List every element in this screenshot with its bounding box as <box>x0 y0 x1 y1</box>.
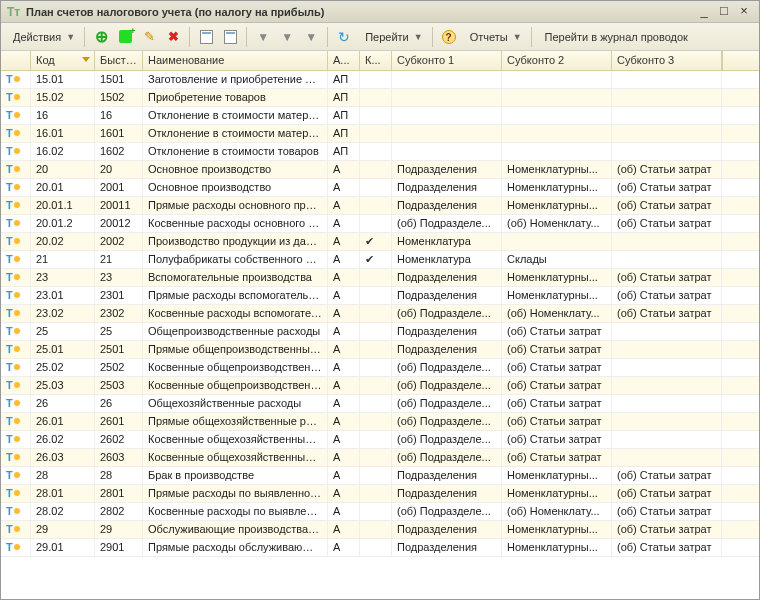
separator <box>189 27 190 47</box>
actions-menu[interactable]: Действия▼ <box>5 26 79 48</box>
cell-fast: 25 <box>95 323 143 340</box>
row-icon-cell: Т <box>1 431 31 448</box>
filter1-button[interactable]: ▼ <box>252 26 274 48</box>
table-row[interactable]: Т28.012801Прямые расходы по выявленном..… <box>1 485 759 503</box>
minimize-button[interactable]: _ <box>695 4 713 20</box>
row-icon-cell: Т <box>1 539 31 556</box>
column-sub3[interactable]: Субконто 3 <box>612 51 722 70</box>
table-row[interactable]: Т26.022602Косвенные общехозяйственные р.… <box>1 431 759 449</box>
column-name[interactable]: Наименование <box>143 51 328 70</box>
table-row[interactable]: Т15.021502Приобретение товаровАП <box>1 89 759 107</box>
cell-k <box>360 161 392 178</box>
row-icon-cell: Т <box>1 179 31 196</box>
table-row[interactable]: Т2828Брак в производствеАПодразделенияНо… <box>1 467 759 485</box>
table-row[interactable]: Т2323Вспомогательные производстваАПодраз… <box>1 269 759 287</box>
cell-name: Прямые общепроизводственные ... <box>143 341 328 358</box>
cell-sub1: Подразделения <box>392 467 502 484</box>
cell-ap: А <box>328 215 360 232</box>
table-row[interactable]: Т29.012901Прямые расходы обслуживающих..… <box>1 539 759 557</box>
question-icon: ? <box>442 30 456 44</box>
table-row[interactable]: Т20.01.220012Косвенные расходы основного… <box>1 215 759 233</box>
table-row[interactable]: Т26.012601Прямые общехозяйственные рас..… <box>1 413 759 431</box>
cell-sub2: (об) Статьи затрат <box>502 377 612 394</box>
column-icon[interactable] <box>1 51 31 70</box>
cell-sub2 <box>502 125 612 142</box>
cell-ap: АП <box>328 89 360 106</box>
cell-sub3: (об) Статьи затрат <box>612 305 722 322</box>
filter3-button[interactable]: ▼ <box>300 26 322 48</box>
table-row[interactable]: Т25.012501Прямые общепроизводственные ..… <box>1 341 759 359</box>
account-type-icon: Т <box>6 91 13 103</box>
close-button[interactable]: × <box>735 4 753 20</box>
go-menu[interactable]: Перейти▼ <box>357 26 427 48</box>
cell-k <box>360 341 392 358</box>
table-row[interactable]: Т20.022002Производство продукции из дава… <box>1 233 759 251</box>
table-row[interactable]: Т23.022302Косвенные расходы вспомогател.… <box>1 305 759 323</box>
account-dot-icon <box>14 400 20 406</box>
cell-sub3 <box>612 143 722 160</box>
refresh-button[interactable]: ↻ <box>333 26 355 48</box>
row-icon-cell: Т <box>1 287 31 304</box>
table-row[interactable]: Т25.022502Косвенные общепроизводственн..… <box>1 359 759 377</box>
cell-ap: А <box>328 503 360 520</box>
reports-menu[interactable]: Отчеты▼ <box>462 26 526 48</box>
grid-body[interactable]: Т15.011501Заготовление и приобретение ма… <box>1 71 759 599</box>
table-row[interactable]: Т15.011501Заготовление и приобретение ма… <box>1 71 759 89</box>
column-sub1[interactable]: Субконто 1 <box>392 51 502 70</box>
cell-sub3 <box>612 449 722 466</box>
table-row[interactable]: Т2020Основное производствоАПодразделения… <box>1 161 759 179</box>
maximize-button[interactable]: □ <box>715 4 733 20</box>
journal-link[interactable]: Перейти в журнал проводок <box>537 26 696 48</box>
table-row[interactable]: Т25.032503Косвенные общепроизводственн..… <box>1 377 759 395</box>
cell-sub1: (об) Подразделе... <box>392 431 502 448</box>
cell-sub2: Номенклатурны... <box>502 485 612 502</box>
doc1-button[interactable] <box>195 26 217 48</box>
cell-sub3 <box>612 125 722 142</box>
funnel-icon: ▼ <box>305 30 317 44</box>
table-row[interactable]: Т20.012001Основное производствоАПодразде… <box>1 179 759 197</box>
column-sub2[interactable]: Субконто 2 <box>502 51 612 70</box>
help-button[interactable]: ? <box>438 26 460 48</box>
cell-sub2: (об) Статьи затрат <box>502 413 612 430</box>
cell-k <box>360 197 392 214</box>
grid-header-row: Код Быстр... Наименование А... К... Субк… <box>1 51 759 71</box>
table-row[interactable]: Т1616Отклонение в стоимости материа...АП <box>1 107 759 125</box>
account-dot-icon <box>14 382 20 388</box>
cell-sub2: Номенклатурны... <box>502 467 612 484</box>
table-row[interactable]: Т2626Общехозяйственные расходыА(об) Подр… <box>1 395 759 413</box>
table-row[interactable]: Т20.01.120011Прямые расходы основного пр… <box>1 197 759 215</box>
copy-button[interactable] <box>114 26 136 48</box>
table-row[interactable]: Т2525Общепроизводственные расходыАПодраз… <box>1 323 759 341</box>
cell-fast: 26 <box>95 395 143 412</box>
add-button[interactable]: ⊕ <box>90 26 112 48</box>
funnel-icon: ▼ <box>281 30 293 44</box>
column-ap[interactable]: А... <box>328 51 360 70</box>
account-dot-icon <box>14 274 20 280</box>
table-row[interactable]: Т28.022802Косвенные расходы по выявленн.… <box>1 503 759 521</box>
table-row[interactable]: Т26.032603Косвенные общехозяйственные р.… <box>1 449 759 467</box>
account-dot-icon <box>14 454 20 460</box>
delete-button[interactable]: ✖ <box>162 26 184 48</box>
table-row[interactable]: Т2929Обслуживающие производства и ...АПо… <box>1 521 759 539</box>
cell-code: 20.01.1 <box>31 197 95 214</box>
table-row[interactable]: Т23.012301Прямые расходы вспомогательн..… <box>1 287 759 305</box>
cell-sub3: (об) Статьи затрат <box>612 521 722 538</box>
table-row[interactable]: Т2121Полуфабрикаты собственного пр...А✔Н… <box>1 251 759 269</box>
column-k[interactable]: К... <box>360 51 392 70</box>
filter2-button[interactable]: ▼ <box>276 26 298 48</box>
column-fast[interactable]: Быстр... <box>95 51 143 70</box>
cell-name: Заготовление и приобретение ма... <box>143 71 328 88</box>
edit-button[interactable]: ✎ <box>138 26 160 48</box>
account-type-icon: Т <box>6 181 13 193</box>
table-row[interactable]: Т16.021602Отклонение в стоимости товаров… <box>1 143 759 161</box>
cell-k <box>360 359 392 376</box>
table-row[interactable]: Т16.011601Отклонение в стоимости материа… <box>1 125 759 143</box>
column-code[interactable]: Код <box>31 51 95 70</box>
cell-fast: 2502 <box>95 359 143 376</box>
row-icon-cell: Т <box>1 485 31 502</box>
cell-code: 26.01 <box>31 413 95 430</box>
doc2-button[interactable] <box>219 26 241 48</box>
app-icon: Тт <box>7 5 21 19</box>
row-icon-cell: Т <box>1 395 31 412</box>
cell-sub1: (об) Подразделе... <box>392 503 502 520</box>
